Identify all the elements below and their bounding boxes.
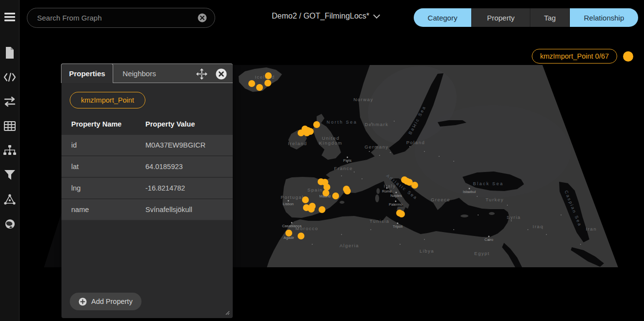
mode-tab-bar: Category Property Tag Relationship <box>414 8 638 27</box>
map-city-speck <box>478 214 479 215</box>
property-value[interactable]: M0A37EW9BGICR <box>136 141 233 149</box>
add-property-button[interactable]: Add Property <box>70 293 141 310</box>
network-triangle-icon[interactable] <box>0 191 20 208</box>
category-color-swatch[interactable] <box>623 51 633 62</box>
properties-panel: Properties Neighbors kmzImport_Point Pro… <box>61 64 233 318</box>
filter-icon[interactable] <box>0 167 20 183</box>
search-input[interactable] <box>37 14 196 22</box>
property-name: name <box>61 206 136 214</box>
tab-relationship[interactable]: Relationship <box>570 8 638 27</box>
graph-node-point[interactable] <box>322 190 329 196</box>
map-city-dot <box>396 192 397 193</box>
chevron-down-icon <box>373 12 380 19</box>
map-label: Spain <box>307 187 323 193</box>
graph-node-point[interactable] <box>323 184 330 191</box>
graph-node-point[interactable] <box>264 80 271 86</box>
graph-node-point[interactable] <box>398 211 405 217</box>
tab-neighbors[interactable]: Neighbors <box>113 64 165 83</box>
property-value[interactable]: 64.0185923 <box>136 163 233 171</box>
map-city-dot <box>386 188 388 189</box>
clear-search-icon[interactable] <box>196 12 208 24</box>
graph-node-point[interactable] <box>302 196 309 203</box>
table-row[interactable]: lat 64.0185923 <box>61 156 233 178</box>
graph-node-point[interactable] <box>332 193 339 199</box>
map-label: Paris <box>343 158 351 163</box>
code-icon[interactable] <box>0 69 20 86</box>
map-city-dot <box>347 157 348 158</box>
map-label: Ireland <box>288 141 307 146</box>
graph-node-point[interactable] <box>319 206 325 213</box>
property-name: id <box>61 141 136 149</box>
map-label: Syria <box>506 214 521 220</box>
swap-arrows-icon[interactable] <box>0 93 20 110</box>
document-icon[interactable] <box>0 44 20 61</box>
property-value[interactable]: Svínafellsjökull <box>136 206 233 214</box>
map-label: Denmark <box>364 122 388 127</box>
map-city-speck <box>561 214 562 215</box>
move-panel-icon[interactable] <box>196 68 207 80</box>
map-city-speck <box>341 175 342 176</box>
map-city-dot <box>395 201 397 202</box>
category-legend: kmzImport_Point 0/67 <box>532 49 633 64</box>
property-value[interactable]: -16.8214782 <box>136 184 233 192</box>
close-panel-icon[interactable] <box>215 68 227 80</box>
map-city-dot <box>488 236 490 237</box>
menu-icon[interactable] <box>0 9 20 25</box>
graph-node-point[interactable] <box>303 129 310 136</box>
table-header: Property Name Property Value <box>61 115 233 135</box>
graph-node-point[interactable] <box>256 84 263 91</box>
category-chip[interactable]: kmzImport_Point <box>70 92 145 108</box>
graph-node-point[interactable] <box>344 188 351 194</box>
tab-category[interactable]: Category <box>414 8 472 27</box>
map-label: Germany <box>364 144 389 150</box>
map-city-dot <box>469 188 470 190</box>
globe-icon[interactable] <box>0 215 20 232</box>
map-label: Rome <box>382 189 392 193</box>
project-title: Demo2 / GOT_FilmingLocs* <box>272 12 369 21</box>
table-row[interactable]: lng -16.8214782 <box>61 178 233 199</box>
app-window: IcelandNorwayNorth SeaUnitedKingdomIrela… <box>0 0 644 321</box>
map-city-speck <box>453 161 454 162</box>
map-city-speck <box>580 244 581 245</box>
graph-node-point[interactable] <box>298 129 304 136</box>
map-label: Casablanca <box>282 224 302 228</box>
panel-resize-handle[interactable] <box>224 309 230 315</box>
map-land-crete <box>461 214 468 217</box>
tab-property[interactable]: Property <box>472 8 530 27</box>
graph-node-point[interactable] <box>285 230 292 236</box>
map-land-cyprus <box>489 212 495 215</box>
map-city-speck <box>453 229 454 230</box>
category-legend-badge[interactable]: kmzImport_Point 0/67 <box>532 49 617 64</box>
map-city-speck <box>394 121 395 122</box>
map-label: North Sea <box>326 120 357 125</box>
map-land-corsica <box>377 188 380 194</box>
tab-tag[interactable]: Tag <box>530 8 570 27</box>
table-row[interactable]: name Svínafellsjökull <box>61 199 233 221</box>
map-label: Istanbul <box>463 190 476 194</box>
map-city-speck <box>527 229 528 230</box>
tab-properties[interactable]: Properties <box>61 64 113 83</box>
graph-node-point[interactable] <box>298 233 304 239</box>
map-city-speck <box>369 151 370 152</box>
map-label: Lisbon <box>283 202 294 206</box>
graph-node-point[interactable] <box>313 121 320 128</box>
col-header-name: Property Name <box>61 120 136 128</box>
top-bar: Demo2 / GOT_FilmingLocs* Category Proper… <box>20 0 644 35</box>
graph-node-point[interactable] <box>308 206 315 213</box>
map-label: Algeria <box>340 243 359 248</box>
map-label: Egypt <box>474 251 490 256</box>
property-name: lng <box>61 184 136 192</box>
map-label: Turkey <box>485 197 504 202</box>
table-icon[interactable] <box>0 118 20 134</box>
map-city-speck <box>400 244 401 245</box>
map-label: Cairo <box>484 237 493 242</box>
graph-node-point[interactable] <box>411 182 418 189</box>
hierarchy-icon[interactable] <box>0 142 20 159</box>
graph-node-point[interactable] <box>248 80 255 87</box>
graph-search[interactable] <box>27 8 215 28</box>
map-label: Libya <box>420 248 434 254</box>
graph-node-point[interactable] <box>265 72 272 79</box>
project-title-dropdown[interactable]: Demo2 / GOT_FilmingLocs* <box>272 12 379 21</box>
map-label: Black Sea <box>473 181 503 186</box>
table-row[interactable]: id M0A37EW9BGICR <box>61 135 233 156</box>
